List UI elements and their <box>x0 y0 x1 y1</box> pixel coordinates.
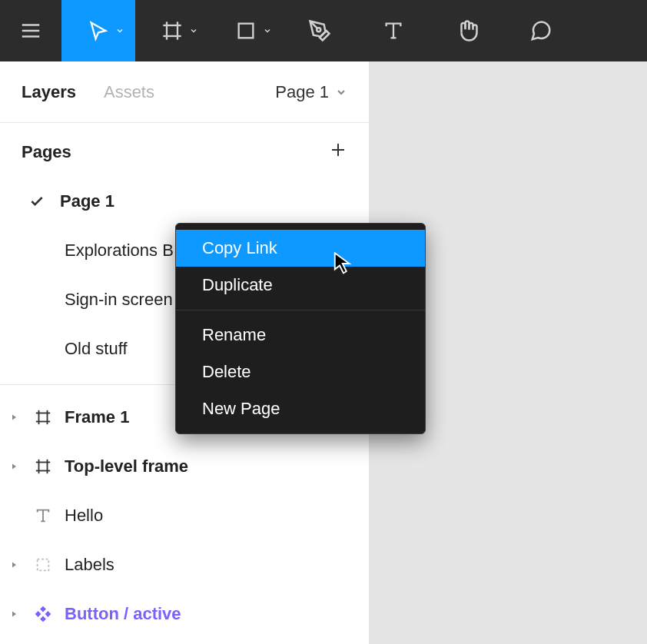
check-icon <box>28 194 46 209</box>
page-label: Page 1 <box>60 191 114 211</box>
top-toolbar <box>0 0 647 61</box>
add-page-button[interactable] <box>329 141 347 164</box>
svg-marker-18 <box>12 464 16 470</box>
context-menu: Copy Link Duplicate Rename Delete New Pa… <box>175 223 426 434</box>
move-tool-icon <box>88 20 109 41</box>
svg-rect-7 <box>239 24 254 38</box>
comment-icon <box>529 19 552 42</box>
menu-separator <box>176 310 425 310</box>
page-label: Explorations B <box>65 241 174 261</box>
svg-rect-31 <box>45 611 51 617</box>
layer-label: Labels <box>65 555 114 575</box>
layer-label: Button / active <box>65 604 181 624</box>
pen-tool-button[interactable] <box>283 0 357 61</box>
menu-icon <box>19 19 42 42</box>
page-selector-label: Page 1 <box>275 82 329 102</box>
svg-rect-26 <box>38 559 49 571</box>
menu-item-rename[interactable]: Rename <box>176 317 425 354</box>
layer-item-component[interactable]: Button / active <box>0 589 369 639</box>
menu-item-delete[interactable]: Delete <box>176 354 425 390</box>
assets-tab[interactable]: Assets <box>104 82 154 102</box>
svg-point-8 <box>317 28 320 32</box>
group-icon <box>32 556 54 573</box>
menu-item-new-page[interactable]: New Page <box>176 390 425 427</box>
pages-header: Pages <box>0 128 369 177</box>
svg-rect-28 <box>40 606 46 612</box>
expand-caret-icon[interactable] <box>6 413 22 422</box>
expand-caret-icon[interactable] <box>6 560 22 569</box>
page-label: Sign-in screen <box>65 290 173 310</box>
hand-tool-icon <box>456 19 479 42</box>
layer-item-frame[interactable]: Top-level frame <box>0 442 369 491</box>
menu-button[interactable] <box>0 0 61 61</box>
comment-tool-button[interactable] <box>504 0 578 61</box>
layer-item-group[interactable]: Labels <box>0 540 369 589</box>
chevron-down-icon <box>335 86 347 98</box>
frame-icon <box>32 458 54 475</box>
plus-icon <box>329 141 347 159</box>
menu-item-copy-link[interactable]: Copy Link <box>176 230 425 267</box>
page-item[interactable]: Page 1 <box>0 177 369 226</box>
page-selector[interactable]: Page 1 <box>275 82 347 102</box>
menu-item-duplicate[interactable]: Duplicate <box>176 267 425 304</box>
svg-marker-27 <box>12 612 16 617</box>
shape-tool-button[interactable] <box>209 0 283 61</box>
svg-rect-29 <box>40 616 46 622</box>
svg-marker-25 <box>12 563 16 568</box>
sidebar-tabs: Layers Assets Page 1 <box>0 61 369 123</box>
svg-marker-13 <box>12 415 16 420</box>
rectangle-icon <box>235 20 257 41</box>
frame-tool-icon <box>161 20 183 41</box>
pen-tool-icon <box>308 19 331 42</box>
component-icon <box>32 606 54 622</box>
text-tool-icon <box>383 20 404 41</box>
layers-tab[interactable]: Layers <box>22 82 76 102</box>
text-icon <box>32 507 54 524</box>
hand-tool-button[interactable] <box>430 0 504 61</box>
text-tool-button[interactable] <box>357 0 430 61</box>
chevron-down-icon <box>189 26 198 35</box>
layer-label: Frame 1 <box>65 407 129 427</box>
expand-caret-icon[interactable] <box>6 609 22 619</box>
layer-label: Hello <box>65 506 103 526</box>
svg-rect-30 <box>35 611 41 617</box>
move-tool-button[interactable] <box>61 0 135 61</box>
chevron-down-icon <box>263 26 272 35</box>
chevron-down-icon <box>115 26 124 35</box>
layer-item-text[interactable]: Hello <box>0 491 369 540</box>
pages-header-label: Pages <box>22 142 71 162</box>
expand-caret-icon[interactable] <box>6 462 22 471</box>
frame-tool-button[interactable] <box>135 0 209 61</box>
frame-icon <box>32 409 54 426</box>
page-label: Old stuff <box>65 339 128 359</box>
layer-label: Top-level frame <box>65 456 188 476</box>
